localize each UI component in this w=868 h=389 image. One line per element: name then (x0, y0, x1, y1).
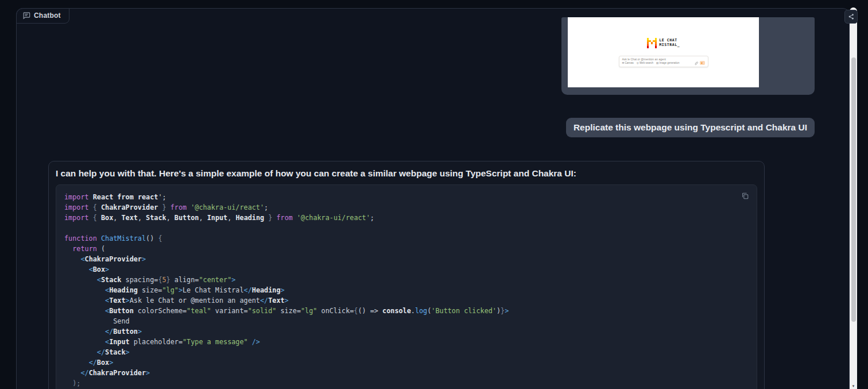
share-button[interactable] (844, 10, 858, 24)
paperclip-icon (694, 61, 698, 66)
chat-bubble-icon (22, 11, 30, 20)
code-line: </Button> (64, 326, 749, 337)
wordmark-line1: LE CHAT (659, 38, 680, 43)
chatbot-label-text: Chatbot (34, 11, 61, 20)
code-line: <Box> (64, 264, 749, 275)
mini-chips: ⊞ Canvas◎ Web search▤ Image generation (622, 61, 680, 65)
code-line: <Button colorScheme="teal" variant="soli… (64, 306, 749, 316)
bot-message-bubble: I can help you with that. Here's a simpl… (48, 161, 765, 389)
mini-search-card: Ask le Chat or @mention an agent ⊞ Canva… (619, 56, 708, 67)
code-line (64, 223, 749, 233)
code-line: <Text>Ask le Chat or @mention an agent</… (64, 295, 749, 306)
copy-icon (741, 192, 749, 200)
mini-send-button: ► (700, 61, 705, 65)
code-line: </ChakraProvider> (64, 368, 749, 378)
app-root: Chatbot LE CHAT MISTRAL_ Ask le Chat or … (0, 0, 868, 389)
user-message-bubble: Replicate this webpage using Typescript … (566, 118, 815, 137)
attached-image[interactable]: LE CHAT MISTRAL_ Ask le Chat or @mention… (568, 17, 759, 87)
code-line: return ( (64, 244, 749, 254)
code-line: </Box> (64, 357, 749, 368)
chatbot-label: Chatbot (16, 8, 69, 24)
mistral-wordmark: LE CHAT MISTRAL_ (659, 38, 680, 47)
code-line: function ChatMistral() { (64, 233, 749, 244)
user-message-text: Replicate this webpage using Typescript … (574, 122, 807, 132)
mistral-logo-row: LE CHAT MISTRAL_ (647, 38, 680, 48)
code-line: import React from react'; (64, 192, 749, 202)
code-line: <Stack spacing={5} align="center"> (64, 275, 749, 285)
scrollbar[interactable]: ▼ (850, 7, 857, 389)
bot-intro-text: I can help you with that. Here's a simpl… (56, 168, 757, 179)
share-icon (848, 13, 855, 20)
mini-toolbar: ⊞ Canvas◎ Web search▤ Image generation ► (622, 61, 705, 66)
mini-chip: ◎ Web search (637, 61, 653, 65)
code-line: </Stack> (64, 347, 749, 357)
code-line: import { Box, Text, Stack, Button, Input… (64, 213, 749, 223)
code-block: import React from react';import { Chakra… (56, 184, 757, 389)
chatbot-panel: Chatbot LE CHAT MISTRAL_ Ask le Chat or … (16, 8, 850, 389)
image-message-bubble: LE CHAT MISTRAL_ Ask le Chat or @mention… (561, 17, 815, 95)
scrollbar-down-arrow-icon[interactable]: ▼ (850, 384, 857, 388)
scrollbar-thumb[interactable] (851, 57, 856, 322)
wordmark-line2: MISTRAL_ (659, 43, 680, 47)
mini-chip: ⊞ Canvas (622, 61, 634, 65)
mini-chip: ▤ Image generation (656, 61, 680, 65)
code-lines: import React from react';import { Chakra… (64, 192, 749, 389)
mini-right-icons: ► (694, 61, 705, 66)
code-line: import { ChakraProvider } from '@chakra-… (64, 202, 749, 213)
code-line: Send (64, 316, 749, 326)
code-line: ); (64, 378, 749, 388)
code-line: <ChakraProvider> (64, 254, 749, 264)
code-line: <Heading size="lg">Le Chat Mistral</Head… (64, 285, 749, 295)
mistral-logo (647, 38, 657, 48)
copy-button[interactable] (739, 190, 751, 202)
code-line: <Input placeholder="Type a message" /> (64, 337, 749, 347)
